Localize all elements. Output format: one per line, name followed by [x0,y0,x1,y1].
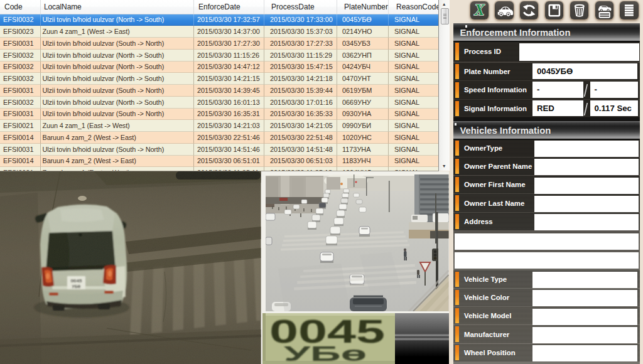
svg-text:X: X [473,1,485,18]
svg-text:УБө: УБө [284,342,367,364]
svg-text:УБӨ: УБӨ [72,284,81,289]
svg-text:0045: 0045 [71,278,82,284]
